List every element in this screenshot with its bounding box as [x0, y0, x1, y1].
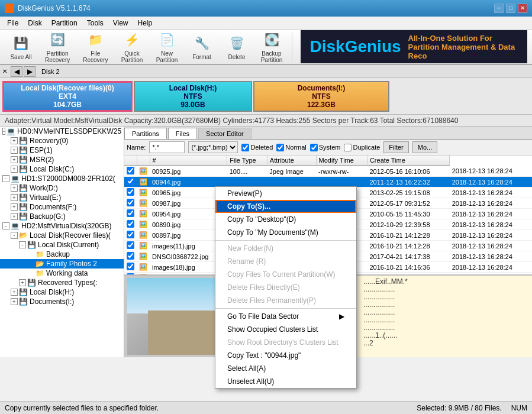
tree-item[interactable]: +💾Virtual(E:): [0, 193, 124, 202]
menu-item-file[interactable]: File: [2, 18, 23, 28]
row-check[interactable]: [124, 230, 137, 241]
normal-checkbox[interactable]: [276, 144, 284, 151]
tree-item[interactable]: 📁Working data: [0, 269, 124, 278]
row-check[interactable]: [124, 262, 137, 273]
tree-item[interactable]: +💾Local Disk(H:): [0, 287, 124, 297]
tree-item[interactable]: -💻HD1:ST2000DM008-2FR102(: [0, 174, 124, 183]
hex-chars: ......Exif..MM.*........................…: [361, 276, 532, 357]
quick-partition-button[interactable]: ⚡ QuickPartition: [116, 27, 149, 66]
file-checkbox[interactable]: [127, 209, 134, 217]
disk-tab-close[interactable]: ✕: [2, 68, 7, 75]
tree-item[interactable]: +💾Recovered Types(:: [0, 278, 124, 287]
pattern-filter-select[interactable]: (*.jpg;*.bmp): [188, 141, 238, 153]
tree-item[interactable]: 📁Backup: [0, 250, 124, 259]
row-create: 2018-12-13 16:28:24: [450, 166, 532, 177]
file-checkbox[interactable]: [127, 263, 134, 270]
tab-sector-editor[interactable]: Sector Editor: [198, 128, 252, 139]
format-button[interactable]: 🔧 Format: [186, 31, 218, 63]
context-menu-item[interactable]: Copy Text : "00944.jpg": [215, 349, 356, 362]
row-create: 2018-12-13 16:28:24: [450, 251, 532, 262]
tree-item[interactable]: +💾Documents(F:): [0, 202, 124, 212]
file-recovery-button[interactable]: 📁 FileRecovery: [78, 27, 113, 66]
tree-item[interactable]: +💾ESP(1): [0, 145, 124, 155]
tree-item[interactable]: +💾Work(D:): [0, 183, 124, 193]
file-checkbox[interactable]: [127, 231, 134, 238]
name-filter-input[interactable]: [149, 141, 185, 153]
row-modify: 2016-10-21 14:12:28: [367, 230, 449, 241]
file-checkbox[interactable]: [127, 177, 134, 185]
tree-item[interactable]: +💾Local Disk(C:): [0, 164, 124, 174]
deleted-checkbox[interactable]: [241, 144, 249, 151]
context-menu-item[interactable]: Show Occupied Clusters List: [215, 323, 356, 336]
duplicate-checkbox[interactable]: [344, 144, 352, 151]
tree-item[interactable]: 📂Family Photos 2: [0, 259, 124, 269]
close-button[interactable]: ✕: [518, 4, 527, 13]
maximize-button[interactable]: □: [506, 4, 515, 13]
deleted-filter-check[interactable]: Deleted: [241, 144, 273, 151]
system-checkbox[interactable]: [310, 144, 318, 151]
context-menu-item[interactable]: Copy To "My Documents"(M): [215, 226, 356, 239]
tree-item[interactable]: -📂Local Disk(Recover files)(: [0, 231, 124, 240]
context-menu-item[interactable]: Preview(P): [215, 187, 356, 200]
row-check[interactable]: [124, 209, 137, 219]
menu-item-tools[interactable]: Tools: [82, 18, 108, 28]
file-checkbox[interactable]: [127, 241, 134, 249]
tree-item[interactable]: -💾Local Disk(Current): [0, 240, 124, 250]
file-checkbox[interactable]: [127, 188, 134, 196]
format-label: Format: [192, 54, 211, 60]
system-filter-check[interactable]: System: [310, 144, 341, 151]
toolbar-separator: [292, 32, 292, 62]
row-check[interactable]: [124, 187, 137, 198]
menu-item-partition[interactable]: Partition: [47, 18, 82, 28]
row-check[interactable]: [124, 241, 137, 251]
menu-item-view[interactable]: View: [108, 18, 133, 28]
tree-item[interactable]: -💻HD2:MsftVirtualDisk(320GB): [0, 221, 124, 231]
tree-item[interactable]: +💾Documents(I:): [0, 297, 124, 306]
row-modify: 2012-05-16 16:10:06: [367, 166, 449, 177]
table-row[interactable]: 🖼️ 00944.jpg 2011-12-13 16:22:32 2018-12…: [124, 177, 532, 187]
context-menu-item[interactable]: Unselect All(U): [215, 375, 356, 388]
table-row[interactable]: 🖼️ 00925.jpg 100.... Jpeg Image -rwxrw-r…: [124, 166, 532, 177]
menu-item-help[interactable]: Help: [133, 18, 157, 28]
normal-filter-check[interactable]: Normal: [276, 144, 306, 151]
filter-button[interactable]: Filter: [383, 141, 408, 153]
partition-bar-1[interactable]: Local Disk(H:) NTFS 93.0GB: [134, 81, 252, 112]
tree-item-label: Backup(G:): [30, 212, 66, 221]
nav-left-arrow[interactable]: ◀: [11, 66, 22, 77]
tree-item-label: Documents(I:): [30, 297, 74, 306]
partition-recovery-button[interactable]: 🔄 PartitionRecovery: [40, 27, 75, 66]
row-check[interactable]: [124, 198, 137, 209]
context-menu-item[interactable]: Copy To "Desktop"(D): [215, 213, 356, 226]
context-menu-item[interactable]: Select All(A): [215, 362, 356, 375]
file-checkbox[interactable]: [127, 220, 134, 228]
file-checkbox[interactable]: [127, 167, 134, 174]
minimize-button[interactable]: ─: [494, 4, 504, 13]
tab-files[interactable]: Files: [168, 128, 197, 139]
row-check[interactable]: [124, 219, 137, 230]
file-checkbox[interactable]: [127, 199, 134, 206]
backup-partition-button[interactable]: 💽 BackupPartition: [256, 27, 288, 66]
context-menu-item[interactable]: Copy To(S)...: [215, 200, 356, 213]
row-check[interactable]: [124, 177, 137, 187]
file-checkbox[interactable]: [127, 252, 134, 260]
duplicate-filter-check[interactable]: Duplicate: [344, 144, 380, 151]
context-menu-item[interactable]: Go To File Data Sector ▶: [215, 310, 356, 323]
row-check[interactable]: [124, 251, 137, 262]
partition-bar-0[interactable]: Local Disk(Recover files)(0) EXT4 104.7G…: [2, 81, 133, 112]
tree-item[interactable]: +💾Recovery(0): [0, 136, 124, 145]
menu-item-disk[interactable]: Disk: [23, 18, 46, 28]
delete-button[interactable]: 🗑️ Delete: [221, 31, 253, 63]
app-icon: [5, 4, 14, 13]
tree-item[interactable]: +💾MSR(2): [0, 155, 124, 164]
save-all-button[interactable]: 💾 Save All: [5, 31, 37, 63]
row-check[interactable]: [124, 166, 137, 177]
new-partition-button[interactable]: 📄 NewPartition: [151, 27, 183, 66]
tab-partitions[interactable]: Partitions: [124, 128, 167, 139]
row-num: 100....: [227, 166, 267, 177]
nav-right-arrow[interactable]: ▶: [24, 66, 36, 77]
tree-item[interactable]: +💾Backup(G:): [0, 212, 124, 221]
tree-item[interactable]: -💻HD0:NVMeINTELSSDPEKKW25: [0, 127, 124, 136]
more-button[interactable]: Mo...: [412, 141, 437, 153]
preview-building: [148, 310, 219, 355]
partition-bar-2[interactable]: Documents(I:) NTFS 122.3GB: [253, 81, 389, 112]
